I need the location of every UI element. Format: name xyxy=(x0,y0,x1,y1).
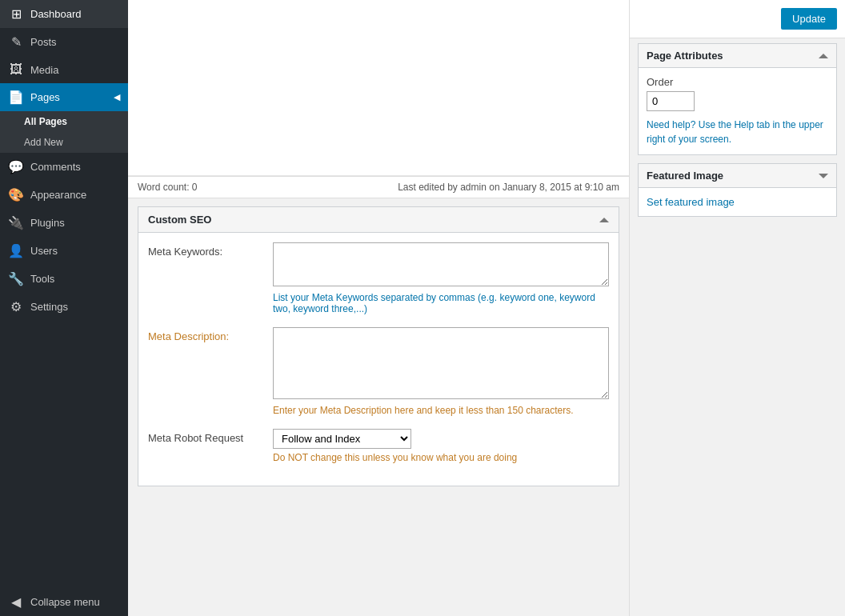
meta-robot-label: Meta Robot Request xyxy=(148,429,260,444)
sidebar-sub-item-all-pages[interactable]: All Pages xyxy=(0,111,128,132)
meta-robot-select[interactable]: Follow and IndexFollow and No IndexNo Fo… xyxy=(273,429,411,449)
pages-arrow: ◀ xyxy=(114,92,120,102)
meta-description-wrap: Enter your Meta Description here and kee… xyxy=(273,327,609,416)
featured-image-content: Set featured image xyxy=(639,188,836,216)
meta-description-label: Meta Description: xyxy=(148,327,260,342)
pages-submenu: All Pages Add New xyxy=(0,111,128,153)
sidebar-item-label: Pages xyxy=(30,91,60,103)
sidebar-item-appearance[interactable]: 🎨 Appearance xyxy=(0,181,128,209)
collapse-menu-label: Collapse menu xyxy=(30,596,100,608)
page-attributes-box: Page Attributes Order Need help? Use the… xyxy=(638,43,837,155)
sidebar-item-users[interactable]: 👤 Users xyxy=(0,237,128,265)
dashboard-icon: ⊞ xyxy=(8,6,24,22)
help-text: Need help? Use the Help tab in the upper… xyxy=(647,118,828,146)
meta-description-row: Meta Description: Enter your Meta Descri… xyxy=(148,327,609,416)
meta-keywords-hint: List your Meta Keywords separated by com… xyxy=(273,292,609,314)
meta-keywords-input[interactable] xyxy=(273,242,609,286)
sidebar-item-pages[interactable]: 📄 Pages ◀ xyxy=(0,83,128,111)
custom-seo-box: Custom SEO Meta Keywords: List your Meta… xyxy=(138,206,619,486)
sidebar-item-tools[interactable]: 🔧 Tools xyxy=(0,265,128,293)
custom-seo-title: Custom SEO xyxy=(148,214,211,226)
editor-area[interactable] xyxy=(128,0,629,176)
meta-description-input[interactable] xyxy=(273,327,609,399)
meta-robot-warning: Do NOT change this unless you know what … xyxy=(273,452,517,463)
sidebar-item-posts[interactable]: ✎ Posts xyxy=(0,28,128,56)
meta-keywords-row: Meta Keywords: List your Meta Keywords s… xyxy=(148,242,609,314)
sidebar-item-dashboard[interactable]: ⊞ Dashboard xyxy=(0,0,128,28)
posts-icon: ✎ xyxy=(8,34,24,50)
collapse-icon: ◀ xyxy=(8,594,24,610)
page-attributes-title: Page Attributes xyxy=(647,50,723,62)
custom-seo-content: Meta Keywords: List your Meta Keywords s… xyxy=(138,233,619,486)
page-attributes-collapse-icon[interactable] xyxy=(819,54,828,58)
pages-icon: 📄 xyxy=(8,90,24,105)
sidebar-item-plugins[interactable]: 🔌 Plugins xyxy=(0,209,128,237)
sidebar-item-label: Users xyxy=(30,245,58,257)
sidebar-item-settings[interactable]: ⚙ Settings xyxy=(0,293,128,321)
settings-icon: ⚙ xyxy=(8,299,24,314)
sidebar-item-label: Comments xyxy=(30,161,81,173)
sidebar-item-label: Posts xyxy=(30,36,57,48)
update-button[interactable]: Update xyxy=(781,8,837,30)
last-edited: Last edited by admin on January 8, 2015 … xyxy=(398,182,619,193)
sidebar-item-label: Media xyxy=(30,64,58,76)
sidebar-item-comments[interactable]: 💬 Comments xyxy=(0,153,128,181)
sidebar: ⊞ Dashboard ✎ Posts 🖼 Media 📄 Pages ◀ Al… xyxy=(0,0,128,616)
custom-seo-collapse-icon[interactable] xyxy=(599,218,609,222)
page-attributes-content: Order Need help? Use the Help tab in the… xyxy=(639,68,836,154)
meta-description-hint: Enter your Meta Description here and kee… xyxy=(273,405,609,416)
word-count-bar: Word count: 0 Last edited by admin on Ja… xyxy=(128,176,629,198)
sidebar-item-label: Settings xyxy=(30,301,68,313)
meta-robot-wrap: Follow and IndexFollow and No IndexNo Fo… xyxy=(273,429,517,463)
featured-image-title: Featured Image xyxy=(647,170,723,182)
appearance-icon: 🎨 xyxy=(8,187,24,202)
order-label: Order xyxy=(647,76,828,88)
plugins-icon: 🔌 xyxy=(8,215,24,230)
sidebar-item-label: Plugins xyxy=(30,217,65,229)
collapse-menu-button[interactable]: ◀ Collapse menu xyxy=(0,588,128,616)
sidebar-item-label: Appearance xyxy=(30,189,86,201)
comments-icon: 💬 xyxy=(8,159,24,174)
sidebar-sub-item-add-new[interactable]: Add New xyxy=(0,132,128,153)
update-btn-wrap: Update xyxy=(630,0,845,38)
sidebar-item-media[interactable]: 🖼 Media xyxy=(0,56,128,83)
custom-seo-header[interactable]: Custom SEO xyxy=(138,207,619,233)
set-featured-image-link[interactable]: Set featured image xyxy=(647,196,735,208)
meta-robot-row: Meta Robot Request Follow and IndexFollo… xyxy=(148,429,609,463)
media-icon: 🖼 xyxy=(8,62,24,77)
featured-image-box: Featured Image Set featured image xyxy=(638,163,837,217)
order-input[interactable] xyxy=(647,91,695,111)
right-sidebar: Update Page Attributes Order Need help? … xyxy=(629,0,845,616)
tools-icon: 🔧 xyxy=(8,271,24,286)
meta-keywords-wrap: List your Meta Keywords separated by com… xyxy=(273,242,609,314)
meta-keywords-label: Meta Keywords: xyxy=(148,242,260,258)
word-count: Word count: 0 xyxy=(138,182,198,193)
main-area: Word count: 0 Last edited by admin on Ja… xyxy=(128,0,845,616)
users-icon: 👤 xyxy=(8,243,24,258)
content-area: Word count: 0 Last edited by admin on Ja… xyxy=(128,0,629,616)
featured-image-collapse-icon[interactable] xyxy=(819,174,828,178)
sidebar-item-label: Dashboard xyxy=(30,8,82,20)
featured-image-header[interactable]: Featured Image xyxy=(639,164,836,188)
page-attributes-header[interactable]: Page Attributes xyxy=(639,44,836,68)
sidebar-item-label: Tools xyxy=(30,273,54,285)
